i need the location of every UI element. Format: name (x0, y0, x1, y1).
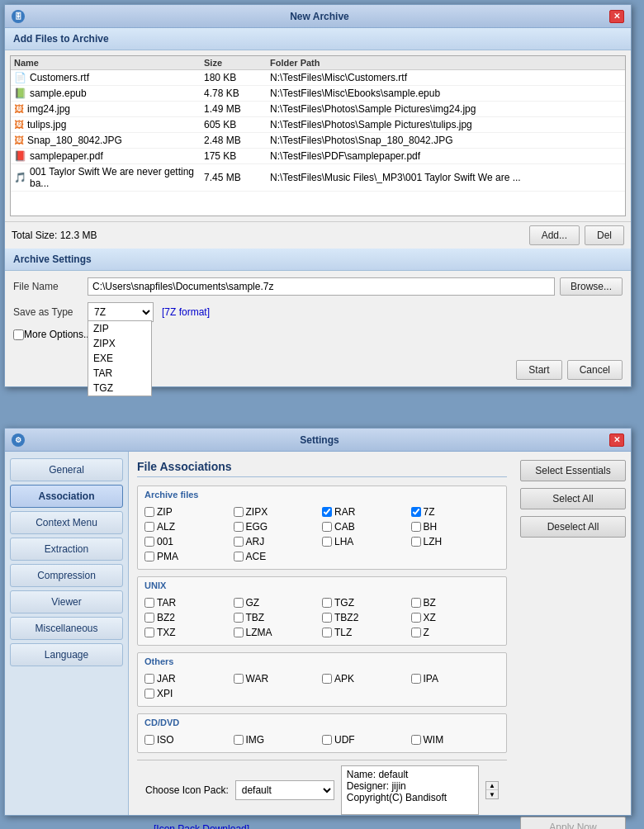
cb-iso-input[interactable] (144, 735, 154, 745)
file-list-header: Name Size Folder Path (11, 56, 625, 70)
cb-cab-input[interactable] (322, 522, 332, 532)
deselect-all-button[interactable]: Deselect All (520, 516, 626, 538)
col-size: Size (204, 58, 270, 68)
cb-zip-input[interactable] (144, 507, 154, 517)
save-type-select[interactable]: 7Z ZIP ZIPX EXE TAR TGZ (88, 302, 154, 322)
icon-pack-info: Name: default Designer: jijin Copyright(… (341, 765, 479, 815)
add-button[interactable]: Add... (529, 225, 580, 245)
cb-udf: UDF (322, 734, 411, 746)
file-path: N:\TestFiles\Music Files\_MP3\001 Taylor… (270, 172, 622, 183)
cb-alz-input[interactable] (144, 522, 154, 532)
more-options-checkbox[interactable] (13, 329, 24, 340)
cb-tgz-input[interactable] (322, 598, 332, 608)
cb-tar-input[interactable] (144, 598, 154, 608)
more-options-label[interactable]: More Options... (24, 329, 92, 340)
settings-header: Archive Settings (5, 249, 631, 271)
cb-zipx-input[interactable] (234, 507, 244, 517)
table-row[interactable]: 📕 samplepaper.pdf 175 KB N:\TestFiles\PD… (11, 149, 625, 164)
sidebar-item-context-menu[interactable]: Context Menu (10, 511, 123, 534)
cb-bh-input[interactable] (411, 522, 421, 532)
apply-now-button[interactable]: Apply Now (520, 817, 626, 829)
sidebar-item-association[interactable]: Association (10, 485, 123, 508)
cb-rar-input[interactable] (322, 507, 332, 517)
file-size: 7.45 MB (204, 172, 270, 183)
cb-lzma-input[interactable] (234, 628, 244, 637)
scrollbar-down[interactable]: ▼ (486, 790, 498, 798)
cb-ace-input[interactable] (234, 552, 244, 561)
icon-pack-designer: Designer: jijin (347, 780, 473, 792)
cb-bz-input[interactable] (411, 598, 421, 608)
scrollbar-up[interactable]: ▲ (486, 782, 498, 790)
sidebar-item-extraction[interactable]: Extraction (10, 538, 123, 561)
close-button[interactable]: ✕ (609, 10, 624, 23)
sidebar-item-viewer[interactable]: Viewer (10, 590, 123, 613)
dropdown-item-tgz[interactable]: TGZ (88, 381, 151, 396)
cb-lzh-input[interactable] (411, 537, 421, 547)
cb-z-input[interactable] (411, 628, 421, 637)
dropdown-item-exe[interactable]: EXE (88, 351, 151, 366)
col-name: Name (14, 58, 204, 68)
unix-checkboxes: TAR GZ TGZ BZ BZ2 TBZ TBZ2 XZ TXZ LZMA T… (138, 594, 506, 645)
select-all-button[interactable]: Select All (520, 488, 626, 509)
icon-pack-download-link[interactable]: [Icon Pack Download] (145, 820, 258, 829)
cb-001-input[interactable] (144, 537, 154, 547)
table-row[interactable]: 🎵 001 Taylor Swift We are never getting … (11, 164, 625, 192)
cb-jar-input[interactable] (144, 674, 154, 684)
del-button[interactable]: Del (585, 225, 624, 245)
table-row[interactable]: 🖼 tulips.jpg 605 KB N:\TestFiles\Photos\… (11, 117, 625, 133)
icon-pack-select[interactable]: default (235, 780, 334, 800)
file-list: Name Size Folder Path 📄 Customers.rtf 18… (10, 55, 626, 216)
cb-alz-label: ALZ (157, 521, 175, 533)
cddvd-group-label: CD/DVD (138, 714, 506, 731)
type-dropdown[interactable]: ZIP ZIPX EXE TAR TGZ (88, 320, 152, 396)
cb-gz: GZ (234, 597, 323, 609)
sidebar-item-compression[interactable]: Compression (10, 564, 123, 587)
cb-img-input[interactable] (234, 735, 244, 745)
cb-xz-input[interactable] (411, 613, 421, 623)
cb-egg-label: EGG (246, 521, 268, 533)
sidebar-item-general[interactable]: General (10, 458, 123, 481)
archive-window: 🗄 New Archive ✕ Add Files to Archive Nam… (4, 4, 632, 387)
table-row[interactable]: 📗 sample.epub 4.78 KB N:\TestFiles\Misc\… (11, 86, 625, 102)
dropdown-item-zipx[interactable]: ZIPX (88, 336, 151, 351)
dropdown-item-tar[interactable]: TAR (88, 366, 151, 381)
cb-udf-input[interactable] (322, 735, 332, 745)
table-row[interactable]: 🖼 img24.jpg 1.49 MB N:\TestFiles\Photos\… (11, 102, 625, 117)
cb-7z-input[interactable] (411, 507, 421, 517)
cb-tbz2-input[interactable] (322, 613, 332, 623)
cb-tar: TAR (144, 597, 234, 609)
file-name-input[interactable] (88, 277, 555, 296)
table-row[interactable]: 📄 Customers.rtf 180 KB N:\TestFiles\Misc… (11, 70, 625, 86)
cb-arj-input[interactable] (234, 537, 244, 547)
cb-bz2-input[interactable] (144, 613, 154, 623)
cb-txz-input[interactable] (144, 628, 154, 637)
dropdown-item-zip[interactable]: ZIP (88, 321, 151, 336)
cb-apk-input[interactable] (322, 674, 332, 684)
file-name-label: File Name (13, 281, 88, 292)
cb-cab-label: CAB (334, 521, 355, 533)
settings-close-button[interactable]: ✕ (609, 433, 624, 447)
cb-ipa-input[interactable] (411, 674, 421, 684)
cb-gz-input[interactable] (234, 598, 244, 608)
cb-zipx: ZIPX (234, 506, 323, 518)
cb-egg-input[interactable] (234, 522, 244, 532)
select-essentials-button[interactable]: Select Essentials (520, 460, 626, 481)
cb-zipx-label: ZIPX (246, 506, 268, 518)
file-icon: 🖼 (14, 135, 24, 146)
cb-tlz-input[interactable] (322, 628, 332, 637)
cb-ipa: IPA (411, 673, 500, 685)
col-path: Folder Path (270, 58, 622, 68)
start-button[interactable]: Start (516, 360, 561, 380)
cb-war-input[interactable] (234, 674, 244, 684)
table-row[interactable]: 🖼 Snap_180_8042.JPG 2.48 MB N:\TestFiles… (11, 133, 625, 149)
cb-pma-input[interactable] (144, 552, 154, 561)
cb-wim-input[interactable] (411, 735, 421, 745)
settings-window-icon: ⚙ (12, 433, 25, 447)
sidebar-item-miscellaneous[interactable]: Miscellaneous (10, 617, 123, 640)
sidebar-item-language[interactable]: Language (10, 643, 123, 666)
cb-lha-input[interactable] (322, 537, 332, 547)
cb-tbz-input[interactable] (234, 613, 244, 623)
cancel-button[interactable]: Cancel (567, 360, 623, 380)
cb-xpi-input[interactable] (144, 689, 154, 699)
browse-button[interactable]: Browse... (560, 277, 623, 296)
